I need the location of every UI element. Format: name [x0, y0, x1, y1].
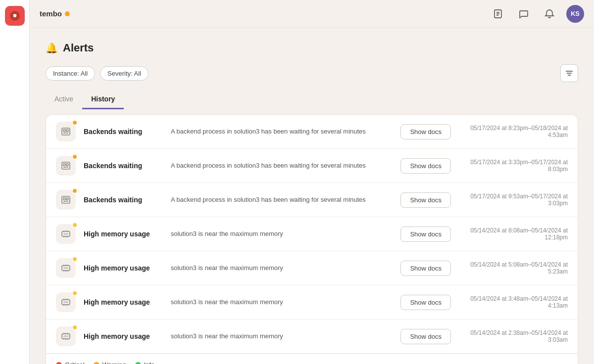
- docs-button[interactable]: [489, 5, 507, 23]
- backends-icon: [60, 126, 71, 137]
- alert-row: Backends waiting A backend process in so…: [46, 183, 578, 217]
- alert-description: A backend process in solution3 has been …: [171, 195, 393, 204]
- alert-icon-wrap: [56, 326, 76, 346]
- severity-filter-button[interactable]: Severity: All: [100, 66, 148, 81]
- svg-rect-38: [63, 301, 68, 303]
- show-docs-button[interactable]: Show docs: [400, 227, 451, 242]
- svg-rect-15: [66, 164, 68, 166]
- alert-time: 05/14/2024 at 8:08am–05/14/2024 at 12:18…: [459, 227, 568, 241]
- sidebar: [0, 0, 30, 364]
- svg-rect-46: [63, 335, 68, 337]
- show-docs-button[interactable]: Show docs: [400, 158, 451, 174]
- backends-icon: [60, 160, 71, 171]
- critical-label: Critical: [65, 361, 85, 364]
- alert-icon-wrap: [56, 156, 76, 176]
- info-label: Info: [144, 361, 155, 364]
- topbar: tembo KS: [30, 0, 594, 28]
- app-logo[interactable]: [5, 6, 25, 26]
- filter-icon-button[interactable]: [560, 64, 578, 82]
- alert-description: solution3 is near the maximum memory: [171, 298, 393, 307]
- alert-time: 05/17/2024 at 9:53am–05/17/2024 at 3:03p…: [459, 193, 568, 207]
- main-content: 🔔 Alerts Instance: All Severity: All Act…: [30, 28, 594, 364]
- backends-icon: [60, 194, 71, 205]
- alerts-container: Backends waiting A backend process in so…: [46, 114, 578, 364]
- warning-dot: [94, 362, 99, 364]
- show-docs-button[interactable]: Show docs: [400, 329, 451, 344]
- memory-icon: [60, 331, 71, 342]
- alert-description: solution3 is near the maximum memory: [171, 264, 393, 273]
- svg-rect-30: [63, 267, 68, 269]
- svg-point-1: [13, 14, 16, 17]
- alert-name: High memory usage: [84, 332, 163, 340]
- alert-time: 05/14/2024 at 3:48am–05/14/2024 at 4:13a…: [459, 295, 568, 309]
- show-docs-button[interactable]: Show docs: [400, 192, 451, 208]
- alert-row: Backends waiting A backend process in so…: [46, 149, 578, 183]
- alert-severity-badge: [72, 154, 78, 160]
- show-docs-button[interactable]: Show docs: [400, 261, 451, 276]
- alert-icon-wrap: [56, 190, 76, 210]
- svg-rect-19: [66, 198, 68, 200]
- alert-description: A backend process in solution3 has been …: [171, 161, 393, 170]
- alert-name: Backends waiting: [84, 162, 163, 170]
- alert-name: High memory usage: [84, 298, 163, 306]
- notifications-button[interactable]: [541, 5, 558, 23]
- messages-button[interactable]: [515, 5, 533, 23]
- alert-icon-wrap: [56, 122, 76, 141]
- tab-active[interactable]: Active: [46, 91, 82, 109]
- alert-icon-wrap: [56, 292, 76, 312]
- info-dot: [135, 362, 141, 364]
- svg-rect-10: [63, 130, 65, 132]
- alert-row: Backends waiting A backend process in so…: [46, 115, 578, 149]
- filters-row: Instance: All Severity: All: [46, 64, 578, 82]
- show-docs-button[interactable]: Show docs: [400, 124, 451, 139]
- svg-rect-22: [63, 233, 68, 235]
- legend-critical: Critical: [56, 361, 85, 364]
- user-avatar[interactable]: KS: [566, 5, 584, 23]
- alert-description: A backend process in solution3 has been …: [171, 127, 393, 136]
- alert-severity-badge: [72, 324, 78, 330]
- alert-severity-badge: [72, 120, 78, 126]
- alert-row: High memory usage solution3 is near the …: [46, 319, 578, 354]
- show-docs-button[interactable]: Show docs: [400, 295, 451, 310]
- alert-severity-badge: [72, 188, 78, 194]
- alert-severity-badge: [72, 256, 78, 262]
- alert-name: Backends waiting: [84, 196, 163, 204]
- topbar-app-name: tembo: [40, 9, 62, 18]
- alert-time: 05/14/2024 at 2:38am–05/14/2024 at 3:03a…: [459, 329, 568, 343]
- alert-name: High memory usage: [84, 264, 163, 272]
- topbar-status-dot: [65, 11, 70, 16]
- alert-time: 05/17/2024 at 8:23pm–05/18/2024 at 4:53a…: [459, 125, 568, 138]
- tabs: Active History: [46, 91, 578, 109]
- warning-label: Warning: [102, 361, 126, 364]
- alert-icon-wrap: [56, 258, 76, 278]
- topbar-actions: KS: [489, 5, 584, 23]
- page-title: Alerts: [63, 42, 94, 54]
- memory-icon: [60, 228, 71, 239]
- alert-time: 05/17/2024 at 3:33pm–05/17/2024 at 8:03p…: [459, 159, 568, 173]
- critical-dot: [56, 362, 62, 364]
- alert-icon-wrap: [56, 224, 76, 244]
- instance-filter-button[interactable]: Instance: All: [46, 66, 95, 81]
- memory-icon: [60, 297, 71, 308]
- topbar-title: tembo: [40, 9, 489, 18]
- tab-history[interactable]: History: [82, 91, 124, 109]
- alert-name: Backends waiting: [84, 128, 163, 136]
- svg-rect-14: [63, 164, 65, 166]
- alert-name: High memory usage: [84, 230, 163, 238]
- alert-row: High memory usage solution3 is near the …: [46, 251, 578, 285]
- alert-row: High memory usage solution3 is near the …: [46, 285, 578, 319]
- legend-warning: Warning: [94, 361, 126, 364]
- alert-description: solution3 is near the maximum memory: [171, 332, 393, 341]
- svg-rect-18: [63, 198, 65, 200]
- svg-rect-11: [66, 130, 68, 132]
- alert-severity-badge: [72, 290, 78, 296]
- memory-icon: [60, 263, 71, 273]
- legend-info: Info: [135, 361, 155, 364]
- alert-description: solution3 is near the maximum memory: [171, 229, 393, 238]
- legend-row: Critical Warning Info: [46, 354, 578, 364]
- alert-severity-badge: [72, 222, 78, 228]
- page-header: 🔔 Alerts: [46, 42, 578, 54]
- alerts-icon: 🔔: [46, 42, 58, 54]
- alert-time: 05/14/2024 at 5:08am–05/14/2024 at 5:23a…: [459, 261, 568, 275]
- alert-row: High memory usage solution3 is near the …: [46, 217, 578, 251]
